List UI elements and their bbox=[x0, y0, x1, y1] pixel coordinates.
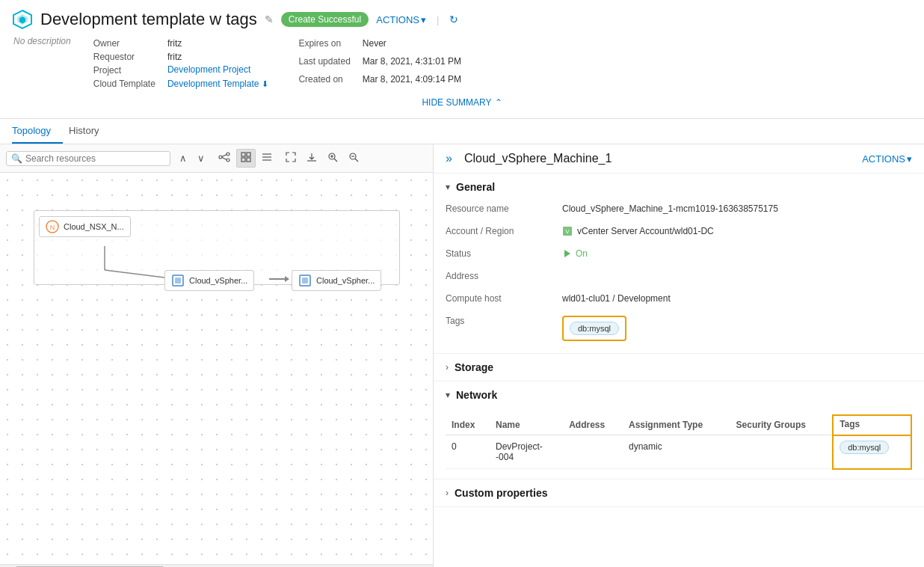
cell-assignment-type: dynamic bbox=[623, 435, 730, 469]
cloud-template-link[interactable]: Development Template bbox=[167, 79, 259, 89]
sort-down-button[interactable]: ∨ bbox=[193, 150, 209, 167]
section-network: ▾ Network Index Name Address Assignment … bbox=[434, 381, 924, 479]
edit-icon[interactable]: ✎ bbox=[265, 13, 274, 25]
address-value bbox=[562, 268, 912, 284]
node-vsphere2[interactable]: Cloud_vSpher... bbox=[292, 270, 381, 291]
svg-point-5 bbox=[227, 159, 230, 162]
project-link[interactable]: Development Project bbox=[167, 64, 269, 76]
col-assignment-type: Assignment Type bbox=[623, 415, 730, 435]
section-network-chevron: ▾ bbox=[446, 390, 450, 400]
search-input[interactable] bbox=[25, 153, 165, 164]
section-general-header[interactable]: ▾ General bbox=[434, 174, 924, 200]
main-content: 🔍 ∧ ∨ bbox=[0, 144, 924, 567]
cell-index: 0 bbox=[446, 435, 490, 469]
vsphere2-node-label: Cloud_vSpher... bbox=[316, 276, 375, 285]
detail-panel: » Cloud_vSphere_Machine_1 ACTIONS ▾ ▾ Ge… bbox=[434, 144, 924, 567]
expires-value: Never bbox=[363, 37, 461, 54]
section-general-title: General bbox=[456, 181, 495, 193]
compute-host-value: wld01-clu01 / Development bbox=[562, 290, 912, 307]
section-network-title: Network bbox=[456, 389, 497, 401]
app-logo-icon bbox=[12, 9, 33, 30]
svg-line-7 bbox=[222, 158, 227, 160]
section-custom-properties-header[interactable]: › Custom properties bbox=[434, 479, 924, 506]
canvas-area[interactable]: N Cloud_NSX_N... Cloud_vSpher... C bbox=[0, 173, 433, 564]
hide-summary-button[interactable]: HIDE SUMMARY ⌃ bbox=[12, 93, 912, 112]
svg-marker-33 bbox=[564, 250, 570, 257]
created-value: Mar 8, 2021, 4:09:14 PM bbox=[363, 73, 461, 90]
section-network-header[interactable]: ▾ Network bbox=[434, 381, 924, 408]
compute-host-label: Compute host bbox=[446, 290, 550, 307]
section-storage-header[interactable]: › Storage bbox=[434, 354, 924, 381]
status-value: On bbox=[562, 245, 912, 262]
network-table: Index Name Address Assignment Type Secur… bbox=[446, 414, 912, 470]
fit-button[interactable] bbox=[281, 149, 301, 168]
refresh-icon[interactable]: ↻ bbox=[449, 13, 458, 25]
section-custom-properties: › Custom properties bbox=[434, 479, 924, 507]
tags-value: db:mysql bbox=[562, 313, 912, 344]
table-row: 0 DevProject--004 dynamic db:mysql bbox=[446, 435, 911, 469]
owner-value: fritz bbox=[167, 37, 269, 49]
tag-badge-db-mysql: db:mysql bbox=[570, 322, 619, 335]
col-security-groups: Security Groups bbox=[730, 415, 834, 435]
vsphere2-node-icon bbox=[298, 274, 312, 287]
svg-line-21 bbox=[355, 159, 358, 162]
last-updated-label: Last updated bbox=[298, 55, 350, 72]
section-general: ▾ General Resource name Cloud_vSphere_Ma… bbox=[434, 174, 924, 354]
sort-up-button[interactable]: ∧ bbox=[175, 150, 191, 167]
owner-label: Owner bbox=[93, 37, 155, 49]
panel-header: » Cloud_vSphere_Machine_1 ACTIONS ▾ bbox=[434, 144, 924, 174]
topology-panel: 🔍 ∧ ∨ bbox=[0, 144, 434, 567]
section-general-chevron: ▾ bbox=[446, 182, 450, 192]
tabs-bar: Topology History bbox=[0, 119, 924, 144]
download-button[interactable] bbox=[302, 149, 321, 168]
cell-name: DevProject--004 bbox=[490, 435, 563, 469]
svg-point-3 bbox=[219, 156, 222, 159]
connections-view-button[interactable] bbox=[214, 149, 235, 168]
tags-label: Tags bbox=[446, 313, 550, 344]
zoom-in-button[interactable] bbox=[323, 149, 342, 168]
col-tags: Tags bbox=[833, 415, 911, 435]
expires-label: Expires on bbox=[298, 37, 350, 54]
nsx-node-label: Cloud_NSX_N... bbox=[64, 222, 124, 231]
search-box[interactable]: 🔍 bbox=[6, 151, 170, 166]
panel-collapse-button[interactable]: » bbox=[446, 152, 452, 165]
requestor-label: Requestor bbox=[93, 51, 155, 63]
tab-topology[interactable]: Topology bbox=[12, 119, 63, 144]
list-view-button[interactable] bbox=[257, 150, 277, 167]
svg-rect-8 bbox=[241, 153, 245, 156]
resource-actions-button[interactable]: ACTIONS ▾ bbox=[862, 153, 912, 165]
section-storage-chevron: › bbox=[446, 362, 449, 373]
created-label: Created on bbox=[298, 73, 350, 90]
search-icon: 🔍 bbox=[11, 153, 22, 164]
grid-view-button[interactable] bbox=[236, 149, 256, 168]
svg-rect-11 bbox=[247, 158, 250, 162]
node-nsx[interactable]: N Cloud_NSX_N... bbox=[39, 216, 131, 237]
vsphere1-node-icon bbox=[171, 274, 185, 287]
tab-history[interactable]: History bbox=[69, 119, 111, 144]
sort-controls: ∧ ∨ bbox=[175, 150, 209, 167]
network-tag-badge: db:mysql bbox=[840, 441, 889, 454]
canvas-scrollbar[interactable] bbox=[0, 564, 433, 567]
svg-rect-9 bbox=[247, 153, 250, 156]
svg-rect-26 bbox=[175, 278, 181, 284]
create-successful-badge: Create Successful bbox=[281, 12, 369, 27]
cell-address bbox=[563, 435, 623, 469]
status-label: Status bbox=[446, 245, 550, 262]
page-header: Development template w tags ✎ Create Suc… bbox=[0, 0, 924, 144]
svg-line-6 bbox=[222, 155, 227, 157]
node-vsphere1[interactable]: Cloud_vSpher... bbox=[164, 270, 254, 291]
col-name: Name bbox=[490, 415, 563, 435]
nsx-node-icon: N bbox=[46, 220, 59, 233]
actions-button[interactable]: ACTIONS ▾ bbox=[376, 14, 426, 25]
canvas-controls bbox=[281, 149, 363, 168]
section-network-body: Index Name Address Assignment Type Secur… bbox=[434, 414, 924, 479]
zoom-out-button[interactable] bbox=[344, 149, 363, 168]
section-general-body: Resource name Cloud_vSphere_Machine_1-mc… bbox=[434, 200, 924, 353]
cell-tags: db:mysql bbox=[833, 435, 911, 469]
section-storage: › Storage bbox=[434, 354, 924, 381]
project-label: Project bbox=[93, 64, 155, 76]
account-region-label: Account / Region bbox=[446, 223, 550, 239]
svg-rect-10 bbox=[241, 158, 245, 162]
svg-point-4 bbox=[227, 153, 230, 156]
address-label: Address bbox=[446, 268, 550, 284]
